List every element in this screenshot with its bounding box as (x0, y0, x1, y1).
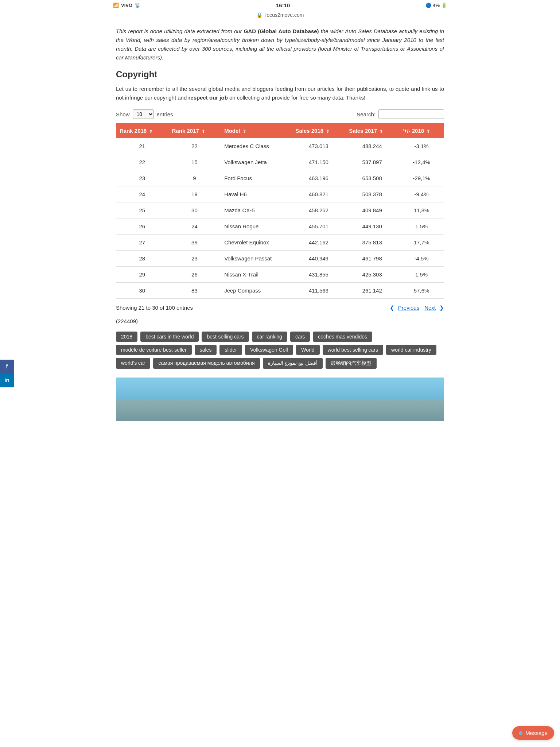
table-row: 23 9 Ford Focus 463.196 653.508 -29,1% (116, 170, 444, 186)
table-row: 21 22 Mercedes C Class 473.013 488.244 -… (116, 138, 444, 154)
status-bar: 📶 VIVO 📡 16:10 🔵 4% 🔋 (109, 0, 451, 11)
cell-rank2017: 22 (168, 138, 221, 154)
table-controls: Show 10 25 50 100 entries Search: (116, 109, 444, 119)
cell-change: 17,7% (399, 235, 444, 251)
tag-item[interactable]: best cars in the world (140, 332, 199, 342)
tag-item[interactable]: slider (219, 345, 242, 355)
col-sales2018[interactable]: Sales 2018 ⇕ (292, 123, 345, 138)
url-text: focus2move.com (265, 12, 304, 18)
cell-rank2018: 30 (116, 283, 168, 299)
cell-sales2018: 411.563 (292, 283, 345, 299)
cell-rank2017: 26 (168, 267, 221, 283)
tag-item[interactable]: world car industry (386, 345, 436, 355)
cell-model: Chevrolet Equinox (221, 235, 292, 251)
cell-sales2017: 409.849 (345, 202, 399, 218)
status-right: 🔵 4% 🔋 (425, 3, 447, 8)
table-row: 28 23 Volkswagen Passat 440.949 461.798 … (116, 251, 444, 267)
tag-item[interactable]: 最畅销的汽车模型 (326, 358, 377, 369)
tags-section: 2018best cars in the worldbest-selling c… (116, 332, 444, 369)
cell-change: -3,1% (399, 138, 444, 154)
tag-item[interactable]: World (296, 345, 319, 355)
tag-item[interactable]: Volkswagen Golf (245, 345, 293, 355)
cell-model: Volkswagen Passat (221, 251, 292, 267)
cell-rank2017: 30 (168, 202, 221, 218)
cell-rank2017: 9 (168, 170, 221, 186)
col-sales2017[interactable]: Sales 2017 ⇕ (345, 123, 399, 138)
cell-rank2017: 15 (168, 154, 221, 170)
cell-rank2018: 21 (116, 138, 168, 154)
intro-text-before: This report is done utilizing data extra… (116, 28, 244, 34)
next-button[interactable]: Next (423, 304, 437, 311)
table-header: Rank 2018 ⇕ Rank 2017 ⇕ Model ⇕ Sales 20… (116, 123, 444, 138)
cell-model: Jeep Compass (221, 283, 292, 299)
tag-item[interactable]: cars (290, 332, 310, 342)
cell-sales2017: 261.142 (345, 283, 399, 299)
tag-item[interactable]: coches mas vendidos (313, 332, 372, 342)
intro-paragraph: This report is done utilizing data extra… (116, 27, 444, 62)
table-row: 29 26 Nissan X-Trail 431.855 425.303 1,5… (116, 267, 444, 283)
bottom-banner (116, 378, 444, 421)
status-time: 16:10 (276, 2, 290, 8)
tag-item[interactable]: 2018 (116, 332, 137, 342)
cell-sales2017: 508.378 (345, 186, 399, 202)
cell-change: -4,5% (399, 251, 444, 267)
bluetooth-icon: 🔵 (425, 3, 431, 8)
cell-change: 1,5% (399, 267, 444, 283)
cell-sales2018: 440.949 (292, 251, 345, 267)
search-input[interactable] (378, 109, 444, 119)
cell-rank2018: 26 (116, 218, 168, 235)
cell-rank2018: 22 (116, 154, 168, 170)
cell-model: Haval H6 (221, 186, 292, 202)
table-body: 21 22 Mercedes C Class 473.013 488.244 -… (116, 138, 444, 299)
url-bar[interactable]: 🔒 focus2move.com (109, 11, 451, 21)
tag-item[interactable]: world best-selling cars (323, 345, 384, 355)
tag-item[interactable]: modèle de voiture best-seller (116, 345, 192, 355)
cell-change: -9,4% (399, 186, 444, 202)
cell-rank2017: 19 (168, 186, 221, 202)
cell-sales2018: 458.252 (292, 202, 345, 218)
cell-model: Mazda CX-5 (221, 202, 292, 218)
cell-sales2018: 463.196 (292, 170, 345, 186)
wifi-icon: 📡 (135, 3, 140, 8)
chevron-right-icon: ❯ (439, 305, 444, 311)
tag-item[interactable]: самая продаваемая модель автомобиля (153, 358, 260, 369)
tag-item[interactable]: sales (195, 345, 217, 355)
tag-item[interactable]: car ranking (252, 332, 287, 342)
cell-change: 11,8% (399, 202, 444, 218)
tag-item[interactable]: best-selling cars (202, 332, 249, 342)
nav-buttons: ❮ Previous Next ❯ (390, 304, 444, 311)
header-row: Rank 2018 ⇕ Rank 2017 ⇕ Model ⇕ Sales 20… (116, 123, 444, 138)
cell-sales2017: 449.130 (345, 218, 399, 235)
article-id: (224409) (116, 318, 444, 324)
entries-select[interactable]: 10 25 50 100 (133, 109, 154, 119)
cell-model: Nissan X-Trail (221, 267, 292, 283)
sort-arrows-rank2017: ⇕ (202, 129, 205, 133)
sort-arrows-sales2017: ⇕ (380, 129, 383, 133)
cell-sales2018: 460.821 (292, 186, 345, 202)
signal-icon: 📶 (113, 3, 119, 8)
tag-item[interactable]: أفضل بيع نموذج السيارة (263, 358, 323, 369)
col-change[interactable]: '+/- 2018 ⇕ (399, 123, 444, 138)
cell-rank2017: 24 (168, 218, 221, 235)
cell-change: 57,6% (399, 283, 444, 299)
carrier-label: VIVO (121, 3, 132, 8)
tag-item[interactable]: world's car (116, 358, 150, 369)
col-rank2017[interactable]: Rank 2017 ⇕ (168, 123, 221, 138)
col-rank2018[interactable]: Rank 2018 ⇕ (116, 123, 168, 138)
chevron-left-icon: ❮ (390, 305, 394, 311)
cell-model: Mercedes C Class (221, 138, 292, 154)
table-row: 30 83 Jeep Compass 411.563 261.142 57,6% (116, 283, 444, 299)
cell-rank2018: 29 (116, 267, 168, 283)
data-table: Rank 2018 ⇕ Rank 2017 ⇕ Model ⇕ Sales 20… (116, 123, 444, 299)
copyright-paragraph: Let us to remember to all the several gl… (116, 85, 444, 102)
sort-arrows-rank2018: ⇕ (149, 129, 152, 133)
cell-sales2018: 473.013 (292, 138, 345, 154)
table-row: 27 39 Chevrolet Equinox 442.162 375.813 … (116, 235, 444, 251)
cell-sales2017: 537.897 (345, 154, 399, 170)
col-model[interactable]: Model ⇕ (221, 123, 292, 138)
lock-icon: 🔒 (256, 12, 262, 18)
copyright-title: Copyright (116, 69, 444, 80)
cell-rank2018: 25 (116, 202, 168, 218)
cell-rank2018: 27 (116, 235, 168, 251)
previous-button[interactable]: Previous (397, 304, 421, 311)
